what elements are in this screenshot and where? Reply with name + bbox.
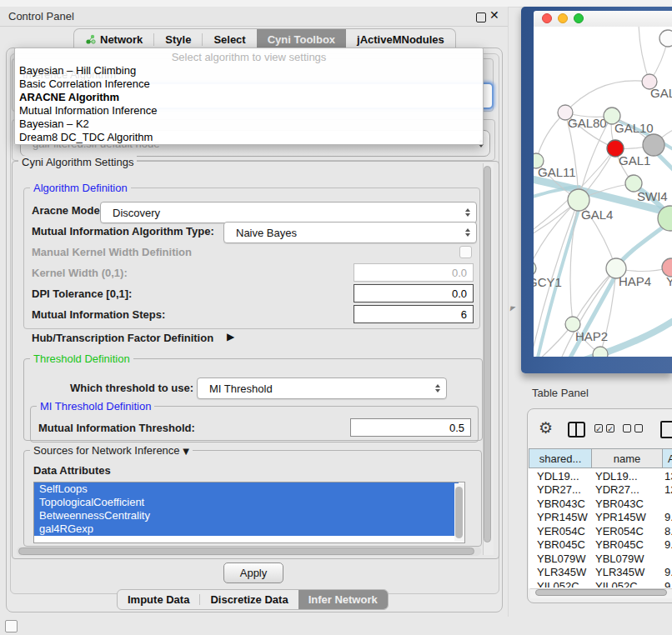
deselect-all-icon[interactable]	[623, 424, 643, 432]
dock-mini-icon[interactable]	[5, 620, 18, 632]
tab-label: Select	[213, 33, 245, 46]
attribute-item[interactable]: BetweennessCentrality	[34, 509, 459, 522]
table-cell: YBR043C	[592, 498, 663, 510]
aracne-mode-value: Discovery	[113, 202, 160, 222]
panel-divider[interactable]	[508, 7, 509, 617]
mouse-cursor: ◤	[509, 305, 515, 313]
table-row[interactable]: YDR27...YDR27...12	[529, 483, 672, 498]
cyni-bottom-tabs: Impute DataDiscretize DataInfer Network	[117, 589, 389, 610]
tab-label: Network	[100, 33, 143, 46]
table-row[interactable]: YBR043CYBR043C	[529, 497, 672, 511]
table-row[interactable]: YPR145WYPR145W9.	[529, 511, 672, 525]
algorithm-option[interactable]: Mutual Information Inference	[15, 104, 483, 118]
dpi-tolerance-label: DPI Tolerance [0,1]:	[32, 288, 132, 300]
table-cell: YIL052C	[529, 580, 592, 588]
table-cell: YIL052C	[592, 580, 663, 588]
network-node-n-top[interactable]	[659, 30, 672, 47]
cyni-settings-legend: Cyni Algorithm Settings	[18, 156, 137, 168]
export-icon[interactable]	[660, 421, 672, 438]
table-cell: 8.	[663, 525, 672, 538]
hub-section-label[interactable]: Hub/Transcription Factor Definition	[32, 332, 213, 344]
mi-threshold-input[interactable]: 0.5	[350, 418, 471, 437]
network-canvas[interactable]: GALGAL80GAL10GAL1GAL11SWI4GAL4HAP4YGCY1H…	[534, 27, 672, 357]
mi-type-label: Mutual Information Algorithm Type:	[32, 226, 214, 238]
dpi-tolerance-input[interactable]: 0.0	[354, 284, 474, 302]
attribute-item[interactable]: TopologicalCoefficient	[34, 496, 459, 509]
float-icon[interactable]	[476, 12, 486, 22]
network-node-gray-node[interactable]	[643, 134, 664, 156]
sources-legend[interactable]: Sources for Network Inference ▼	[30, 444, 193, 457]
table-cell: 13	[663, 470, 672, 482]
node-label: Y	[666, 274, 672, 288]
settings-vertical-scrollbar-thumb[interactable]	[484, 166, 491, 542]
algorithm-dropdown-prompt: Select algorithm to view settings	[15, 51, 483, 63]
list-scrollbar-thumb[interactable]	[455, 487, 463, 538]
table-cell: YDL19...	[529, 470, 592, 482]
column-header[interactable]: name	[592, 448, 663, 468]
node-label: GCY1	[534, 275, 562, 289]
table-horizontal-scrollbar-thumb[interactable]	[535, 589, 667, 596]
network-edge[interactable]	[536, 112, 565, 161]
settings-horizontal-scrollbar-thumb[interactable]	[18, 548, 474, 555]
gear-icon[interactable]: ⚙	[539, 420, 553, 436]
algorithm-option[interactable]: Bayesian – Hill Climbing	[15, 64, 483, 78]
algorithm-option[interactable]: Dream8 DC_TDC Algorithm	[15, 131, 483, 144]
table-row[interactable]: YIL052CYIL052C9	[529, 579, 672, 588]
algorithm-option[interactable]: Basic Correlation Inference	[15, 78, 483, 91]
mi-threshold-definition-legend: MI Threshold Definition	[37, 400, 154, 412]
table-row[interactable]: YLR345WYLR345W9.	[529, 566, 672, 580]
bottom-tab-impute-data[interactable]: Impute Data	[118, 590, 199, 609]
data-attributes-list[interactable]: SelfLoopsTopologicalCoefficientBetweenne…	[33, 482, 465, 543]
mi-steps-input[interactable]: 6	[354, 305, 474, 323]
collapse-down-icon[interactable]: ▼	[183, 447, 189, 456]
close-icon[interactable]: ✕	[489, 8, 499, 22]
attribute-item[interactable]: gal4RGexp	[34, 522, 459, 536]
algorithm-option[interactable]: ARACNE Algorithm	[15, 91, 483, 104]
network-node-n-bottom[interactable]	[593, 347, 608, 357]
apply-button[interactable]: Apply	[223, 562, 283, 583]
network-window-titlebar[interactable]	[534, 11, 672, 28]
kernel-width-input[interactable]: 0.0	[354, 263, 474, 282]
select-all-icon[interactable]: ✓ ✓	[594, 424, 614, 432]
algorithm-dropdown-list: Bayesian – Hill ClimbingBasic Correlatio…	[15, 64, 483, 144]
window-close-button[interactable]	[542, 13, 552, 23]
stepper-arrows-icon	[435, 384, 440, 392]
node-label: HAP4	[619, 274, 651, 288]
table-cell: YLR345W	[529, 566, 592, 578]
bottom-tab-discretize-data[interactable]: Discretize Data	[200, 590, 298, 609]
network-edge[interactable]	[639, 27, 649, 82]
aracne-mode-combo[interactable]: Discovery	[100, 202, 477, 223]
network-edge-teal[interactable]	[657, 153, 672, 172]
table-row[interactable]: YER054CYER054C8.	[529, 524, 672, 538]
network-window[interactable]: GALGAL80GAL10GAL1GAL11SWI4GAL4HAP4YGCY1H…	[521, 7, 672, 373]
table-cell: YDR27...	[529, 483, 592, 496]
mi-type-combo[interactable]: Naive Bayes	[223, 222, 477, 243]
network-graph[interactable]: GALGAL80GAL10GAL1GAL11SWI4GAL4HAP4YGCY1H…	[534, 27, 672, 357]
columns-icon[interactable]	[568, 422, 585, 438]
table-row[interactable]: YDL19...YDL19...13	[529, 469, 672, 483]
table-cell: 9	[663, 580, 672, 588]
window-zoom-button[interactable]	[574, 13, 584, 23]
table-row[interactable]: YBR045CYBR045C9.	[529, 538, 672, 552]
algorithm-option[interactable]: Bayesian – K2	[15, 118, 483, 131]
table-cell: 9.	[663, 511, 672, 523]
column-header[interactable]: A	[663, 448, 672, 468]
table-row[interactable]: YBL079WYBL079W	[529, 552, 672, 566]
column-header[interactable]: shared...	[529, 448, 592, 468]
attribute-item[interactable]: SelfLoops	[34, 482, 459, 496]
window-minimize-button[interactable]	[558, 13, 568, 23]
network-edge[interactable]	[565, 81, 649, 112]
mi-threshold-label: Mutual Information Threshold:	[38, 422, 195, 434]
manual-kernel-checkbox[interactable]	[459, 246, 472, 258]
table-cell: YER054C	[592, 525, 663, 538]
which-threshold-combo[interactable]: MI Threshold	[197, 378, 447, 399]
node-label: HAP2	[575, 329, 608, 343]
node-label: GAL11	[538, 165, 576, 179]
expand-right-icon[interactable]: ▶	[227, 331, 234, 342]
network-node-gcy1[interactable]	[534, 261, 536, 276]
mi-type-value: Naive Bayes	[236, 222, 297, 242]
network-edge[interactable]	[557, 268, 616, 357]
table-cell: YBL079W	[529, 552, 592, 565]
bottom-tab-infer-network[interactable]: Infer Network	[298, 590, 388, 609]
aracne-mode-label: Aracne Mode:	[32, 205, 103, 217]
